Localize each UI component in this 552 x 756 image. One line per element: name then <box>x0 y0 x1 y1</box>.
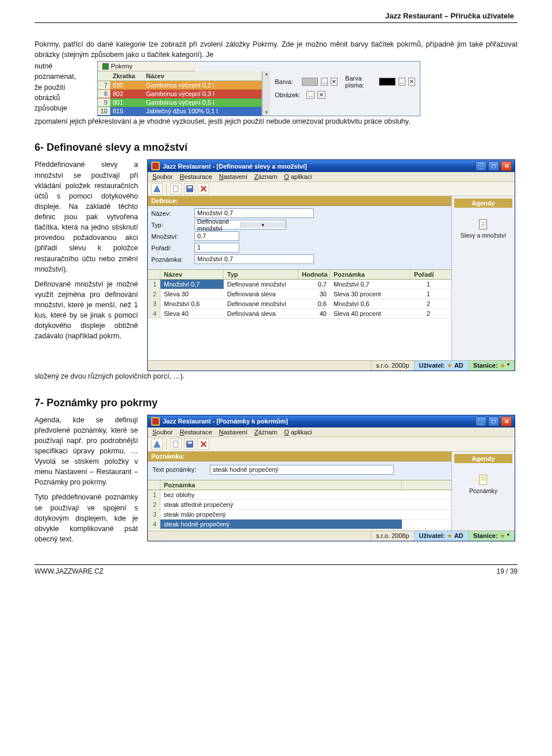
gridcol-poznamka[interactable]: Poznámka <box>160 480 402 490</box>
gridcol-poradi[interactable]: Pořadí <box>411 270 434 279</box>
minimize-button[interactable]: _ <box>476 161 486 171</box>
status-empty <box>148 531 371 541</box>
nazev-cell: Gambrinus výčepní 0,5 l <box>144 98 262 106</box>
zkratka-cell: 802 <box>110 90 144 98</box>
barva-pisma-picker-button[interactable]: … <box>398 78 405 86</box>
screenshot-pokrmy-colors: Pokrmy Zkratka Název 7830Gambrinus výčep… <box>97 61 420 116</box>
maximize-button[interactable]: □ <box>488 417 499 426</box>
table-row[interactable]: 4Sleva 40Definovaná sleva40Sleva 40 proc… <box>148 309 451 319</box>
grid-header: Název Typ Hodnota Poznámka Pořadí <box>148 269 451 280</box>
typ-cell: Definované množství <box>224 299 298 308</box>
tab-pokrmy[interactable]: Pokrmy <box>98 62 195 71</box>
rownum-cell: 3 <box>148 299 160 308</box>
toolbar <box>148 437 515 452</box>
scrollbar-icon[interactable]: ▲ ▼ <box>262 71 270 116</box>
para7b: Tyto předdefinované poznámky se používaj… <box>34 492 138 544</box>
obrazek-clear-button[interactable]: ✕ <box>317 91 325 99</box>
table-row[interactable]: 4steak hodně propečený <box>148 520 451 529</box>
close-button[interactable]: ✕ <box>501 417 512 426</box>
poznamka-cell: Sleva 30 procent <box>330 289 411 299</box>
obrazek-picker-button[interactable]: … <box>306 91 315 99</box>
toolbar-new-icon[interactable] <box>170 183 182 194</box>
grid-body: 1bez oblohy2steak středně propečený3stea… <box>148 490 451 530</box>
table-row[interactable]: 8802Gambrinus výčepní 0,3 l <box>98 90 262 98</box>
menu-restaurace[interactable]: Restaurace <box>179 173 212 180</box>
gridcol-hodnota[interactable]: Hodnota <box>298 270 330 279</box>
heading-6: 6- Definované slevy a množství <box>34 142 518 154</box>
label-nazev: Název: <box>151 210 191 217</box>
gridcol-nazev[interactable]: Název <box>160 270 224 279</box>
menu-zaznam[interactable]: Záznam <box>254 173 277 180</box>
barva-pisma-swatch[interactable] <box>379 78 396 86</box>
gridcol-typ[interactable]: Typ <box>224 270 298 279</box>
hodnota-cell: 30 <box>298 289 330 299</box>
toolbar-delete-icon[interactable] <box>198 183 209 194</box>
col-nazev[interactable]: Název <box>144 71 262 81</box>
table-row[interactable]: 1Množství 0,7Definované množství0,7Množs… <box>148 280 451 289</box>
hodnota-cell: 40 <box>298 309 330 318</box>
toolbar-new-icon[interactable] <box>170 438 182 450</box>
table-row[interactable]: 1bez oblohy <box>148 490 451 500</box>
sidebar-item-slevy[interactable]: Slevy a množství <box>461 218 506 239</box>
table-row[interactable]: 9801Gambrinus výčepní 0,5 l <box>98 98 262 107</box>
titlebar: Jazz Restaurant - [Definované slevy a mn… <box>148 160 515 172</box>
table-row[interactable]: 7830Gambrinus výčepní 0,2 l <box>98 81 262 90</box>
scroll-down-icon[interactable]: ▼ <box>264 110 269 115</box>
col-rownum <box>98 71 110 81</box>
nazev-cell: Množství 0,7 <box>160 280 224 289</box>
table-row[interactable]: 3steak málo propečený <box>148 510 451 520</box>
col-zkratka[interactable]: Zkratka <box>110 71 144 81</box>
menu-restaurace[interactable]: Restaurace <box>179 429 212 436</box>
chevron-down-icon[interactable]: ▾ <box>240 222 286 228</box>
label-poznamka: Poznámka: <box>151 256 191 263</box>
input-poradi[interactable]: 1 <box>194 243 239 253</box>
star-icon: ★ <box>447 532 453 539</box>
table-row[interactable]: 2steak středně propečený <box>148 500 451 510</box>
gridcol-poznamka[interactable]: Poznámka <box>330 270 411 279</box>
table-row[interactable]: 3Množství 0,6Definované množství0,6Množs… <box>148 299 451 309</box>
rownum-cell: 1 <box>148 490 160 499</box>
select-typ[interactable]: Definované množství ▾ <box>194 220 286 230</box>
toolbar-nav-icon[interactable] <box>151 183 163 194</box>
toolbar-save-icon[interactable] <box>184 183 195 194</box>
table-row[interactable]: 10815Jablečný džus 100% 0,1 l <box>98 107 262 116</box>
close-button[interactable]: ✕ <box>501 161 512 171</box>
grid-body: 1Množství 0,7Definované množství0,7Množs… <box>148 280 451 360</box>
window-title: Jazz Restaurant - [Definované slevy a mn… <box>163 163 307 170</box>
nazev-cell: Množství 0,6 <box>160 299 224 308</box>
maximize-button[interactable]: □ <box>488 161 499 171</box>
footer-left: WWW.JAZZWARE.CZ <box>34 567 103 575</box>
menu-zaznam[interactable]: Záznam <box>254 429 277 436</box>
input-textpoznamky[interactable]: steak hodně propečený <box>210 465 394 475</box>
side-panel: Agendy Slevy a množství <box>451 196 515 360</box>
poznamka-form: Text poznámky: steak hodně propečený <box>148 461 451 480</box>
svg-rect-0 <box>174 186 178 192</box>
barva-picker-button[interactable]: … <box>321 78 328 86</box>
minimize-button[interactable]: _ <box>476 417 486 426</box>
toolbar-nav-icon[interactable] <box>151 438 163 450</box>
zkratka-cell: 830 <box>110 81 144 89</box>
nazev-cell: Sleva 30 <box>160 289 224 299</box>
sidebar-item-poznamky[interactable]: Poznámky <box>469 474 497 494</box>
rownum-cell: 4 <box>148 520 160 529</box>
table-row[interactable]: 2Sleva 30Definovaná sleva30Sleva 30 proc… <box>148 289 451 299</box>
input-poznamka[interactable]: Množství 0,7 <box>194 254 314 264</box>
menu-soubor[interactable]: Soubor <box>152 173 172 180</box>
select-typ-value: Definované množství <box>195 218 240 232</box>
toolbar-save-icon[interactable] <box>184 438 195 450</box>
poznamka-cell: Množství 0,6 <box>330 299 411 308</box>
input-nazev[interactable]: Množství 0,7 <box>194 208 314 218</box>
menu-oaplikaci[interactable]: O aplikaci <box>284 429 312 436</box>
menu-oaplikaci[interactable]: O aplikaci <box>284 173 312 180</box>
barva-pisma-clear-button[interactable]: ✕ <box>408 78 415 86</box>
input-mnozstvi[interactable]: 0,7 <box>194 231 239 241</box>
label-mnozstvi: Množství: <box>151 233 191 240</box>
menu-soubor[interactable]: Soubor <box>152 429 172 436</box>
statusbar: s.r.o. 2000p Uživatel: ★ AD Stanice: ★ * <box>148 360 515 371</box>
barva-swatch[interactable] <box>302 78 319 86</box>
menu-nastaveni[interactable]: Nastavení <box>219 429 248 436</box>
scroll-up-icon[interactable]: ▲ <box>264 72 269 77</box>
menu-nastaveni[interactable]: Nastavení <box>219 173 248 180</box>
toolbar-delete-icon[interactable] <box>198 438 209 450</box>
barva-clear-button[interactable]: ✕ <box>331 78 338 86</box>
